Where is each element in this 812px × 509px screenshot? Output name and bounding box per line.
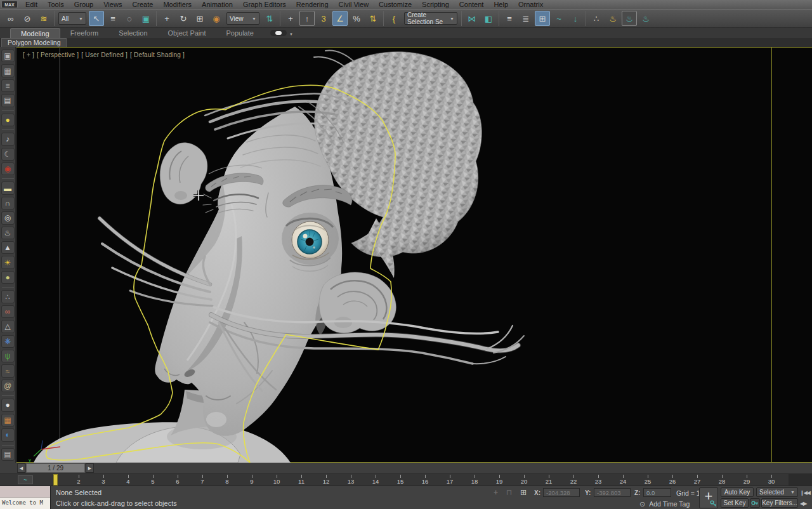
render-setup-icon[interactable]: ♨ [605,11,620,26]
geosphere-icon[interactable]: ● [1,271,15,284]
selection-set-dropdown[interactable]: Selected▼ [756,487,798,497]
menu-item-edit[interactable]: Edit [20,0,43,9]
next-frame-button[interactable]: ▶ [86,463,94,473]
menu-item-scripting[interactable]: Scripting [417,0,454,9]
track-bar[interactable]: ~ 23456789101112131415161718192021222324… [0,473,812,486]
time-slider-handle[interactable]: 1 / 29 [26,463,85,473]
book-icon[interactable]: ▤ [1,448,15,461]
scene-dialog-icon[interactable]: ▣ [1,50,15,62]
set-keys-button[interactable]: + [699,487,718,508]
menu-item-tools[interactable]: Tools [43,0,69,9]
display-icon[interactable]: ▦ [1,64,15,77]
absolute-mode-icon[interactable]: ⊞ [520,488,527,497]
ribbon-toggle-icon[interactable]: ⊞ [535,11,550,26]
menu-item-create[interactable]: Create [127,0,158,9]
viewport-label-segment-1[interactable]: [ Perspective ] [37,51,79,58]
selection-filter-dropdown[interactable]: All▼ [58,12,86,25]
menu-item-animation[interactable]: Animation [197,0,238,9]
tab-modeling[interactable]: Modeling [10,28,60,38]
shaded-sphere-icon[interactable]: ◐ [1,428,15,441]
menu-item-customize[interactable]: Customize [374,0,417,9]
listener-macro-pane[interactable] [0,486,50,498]
viewport-canvas[interactable]: y [21,48,771,463]
key-mode-icon[interactable] [750,498,760,508]
curve-editor-icon[interactable]: ~ [551,11,566,26]
tab-freeform[interactable]: Freeform [60,28,109,38]
pyramid-icon[interactable]: △ [1,320,15,333]
snap-toggle-3d-icon[interactable]: 3 [316,11,331,26]
render-production-icon[interactable]: ♨ [638,11,653,26]
table-icon[interactable]: ▤ [1,94,15,107]
y-coordinate-field[interactable]: -392.803 [594,488,631,497]
select-and-manipulate-icon[interactable]: + [283,11,298,26]
shell-icon[interactable]: @ [1,380,15,392]
ribbon-minimize-button[interactable] [270,30,287,36]
ribbon-options-arrow[interactable]: ▼ [289,32,293,36]
isolate-selection-icon[interactable]: + [494,488,498,497]
frame-step-button[interactable]: ◀▶ [800,501,806,506]
plane-icon[interactable]: ▬ [1,182,15,194]
sphere-icon[interactable]: ● [1,399,15,411]
menu-item-civil-view[interactable]: Civil View [334,0,374,9]
time-slider-row[interactable]: ◀ 1 / 29 ▶ [0,463,812,473]
select-and-link-icon[interactable]: ∞ [3,11,18,26]
bind-to-space-warp-icon[interactable]: ≋ [36,11,51,26]
bird-icon[interactable]: ≈ [1,364,15,377]
spinner-snap-icon[interactable]: ⇅ [365,11,381,26]
key-filters-button[interactable]: Key Filters... [761,498,798,508]
rendered-frame-window-icon[interactable]: ♨ [622,11,637,26]
z-coordinate-field[interactable]: 0.0 [643,488,671,497]
angle-snap-icon[interactable]: ∠ [332,11,348,26]
viewport-divider[interactable] [771,48,772,462]
viewport[interactable]: y [ + ][ Perspective ][ User Defined ][ … [16,47,812,463]
auto-key-button[interactable]: Auto Key [721,487,754,497]
percent-snap-icon[interactable]: % [349,11,364,26]
grass-icon[interactable]: ψ [1,350,15,362]
app-logo[interactable]: MAX [1,1,18,8]
camera-icon[interactable]: ◉ [1,162,15,175]
mini-curve-editor-button[interactable]: ~ [18,475,33,484]
edit-named-selection-sets-icon[interactable]: { [386,11,402,26]
select-and-rotate-icon[interactable]: ↻ [176,11,191,26]
menu-item-ornatrix[interactable]: Ornatrix [513,0,548,9]
layer-explorer-icon[interactable]: ≡ [502,11,517,26]
named-selection-set-dropdown[interactable]: Create Selection Se▼ [404,12,457,25]
go-to-start-button[interactable]: ❙◀◀ [800,490,810,496]
torus-icon[interactable]: ◎ [1,211,15,224]
maxscript-mini-listener[interactable]: Welcome to M [0,486,51,509]
x-coordinate-field[interactable]: -204.328 [543,488,580,497]
tab-populate[interactable]: Populate [216,28,263,38]
set-key-button[interactable]: Set Key [721,498,749,508]
character-model[interactable] [34,51,524,463]
polygon-modeling-panel-tab[interactable]: Polygon Modeling [1,38,67,47]
light-icon[interactable]: ● [1,114,15,126]
menu-item-group[interactable]: Group [69,0,99,9]
tab-object-paint[interactable]: Object Paint [158,28,216,38]
tab-selection[interactable]: Selection [108,28,157,38]
align-icon[interactable]: ◧ [481,11,496,26]
scene-explorer-icon[interactable]: ≣ [518,11,534,26]
coordinate-system-dropdown[interactable]: View▼ [226,12,259,25]
menu-item-modifiers[interactable]: Modifiers [158,0,197,9]
use-center-icon[interactable]: ⇅ [262,11,277,26]
selection-region-icon[interactable]: ◌ [122,11,137,26]
flower-icon[interactable]: ❋ [1,335,15,348]
select-object-icon[interactable]: ↖ [89,11,104,26]
molecule-icon[interactable]: ∞ [1,305,15,318]
unlink-selection-icon[interactable]: ⊘ [20,11,35,26]
sound-icon[interactable]: ♪ [1,133,15,145]
select-by-name-icon[interactable]: ≡ [105,11,121,26]
sun-icon[interactable]: ☀ [1,256,15,268]
menu-item-views[interactable]: Views [98,0,127,9]
schematic-view-icon[interactable]: ↓ [568,11,583,26]
cone-icon[interactable]: ▲ [1,241,15,254]
previous-frame-button[interactable]: ◀ [17,463,25,473]
teapot-icon[interactable]: ♨ [1,227,15,239]
mirror-icon[interactable]: ⋈ [464,11,480,26]
current-frame-marker[interactable] [53,474,58,486]
list-icon[interactable]: ≡ [1,79,15,92]
window-crossing-toggle-icon[interactable]: ▣ [138,11,154,26]
menu-item-help[interactable]: Help [488,0,513,9]
select-and-move-icon[interactable]: + [159,11,174,26]
listener-output-pane[interactable]: Welcome to M [0,498,50,509]
